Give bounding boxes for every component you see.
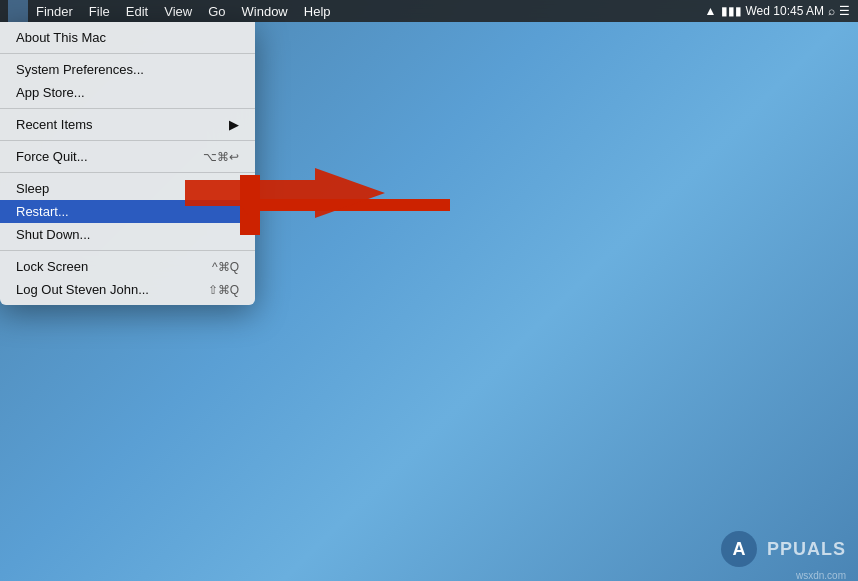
menu-separator-2 xyxy=(0,108,255,109)
recent-items-arrow: ▶ xyxy=(229,117,239,132)
battery-icon[interactable]: ▮▮▮ xyxy=(721,4,742,18)
menu-separator-3 xyxy=(0,140,255,141)
menubar-finder[interactable]: Finder xyxy=(28,0,81,22)
apple-menu-dropdown: About This Mac System Preferences... App… xyxy=(0,22,255,305)
menubar: Finder File Edit View Go Window Help ▲ ▮… xyxy=(0,0,858,22)
menu-separator-1 xyxy=(0,53,255,54)
watermark: A PPUALS xyxy=(719,529,846,569)
menu-item-about[interactable]: About This Mac xyxy=(0,26,255,49)
appuals-mascot-icon: A xyxy=(719,529,759,569)
menu-item-log-out[interactable]: Log Out Steven John... ⇧⌘Q xyxy=(0,278,255,301)
menubar-go[interactable]: Go xyxy=(200,0,233,22)
menubar-edit[interactable]: Edit xyxy=(118,0,156,22)
menu-item-recent-items[interactable]: Recent Items ▶ xyxy=(0,113,255,136)
menubar-right: ▲ ▮▮▮ Wed 10:45 AM ⌕ ☰ xyxy=(705,4,850,18)
apple-menu-button[interactable] xyxy=(8,0,28,22)
wifi-icon[interactable]: ▲ xyxy=(705,4,717,18)
menubar-view[interactable]: View xyxy=(156,0,200,22)
menu-separator-4 xyxy=(0,172,255,173)
menu-item-restart[interactable]: Restart... xyxy=(0,200,255,223)
menu-item-force-quit[interactable]: Force Quit... ⌥⌘↩ xyxy=(0,145,255,168)
menu-item-system-preferences[interactable]: System Preferences... xyxy=(0,58,255,81)
menubar-window[interactable]: Window xyxy=(234,0,296,22)
desktop: Finder File Edit View Go Window Help ▲ ▮… xyxy=(0,0,858,581)
wsxdn-watermark: wsxdn.com xyxy=(796,570,846,581)
menu-item-sleep[interactable]: Sleep xyxy=(0,177,255,200)
menubar-help[interactable]: Help xyxy=(296,0,339,22)
menu-item-app-store[interactable]: App Store... xyxy=(0,81,255,104)
lock-screen-shortcut: ^⌘Q xyxy=(212,260,239,274)
svg-text:A: A xyxy=(732,539,745,559)
menu-item-lock-screen[interactable]: Lock Screen ^⌘Q xyxy=(0,255,255,278)
spotlight-icon[interactable]: ⌕ xyxy=(828,4,835,18)
menu-separator-5 xyxy=(0,250,255,251)
watermark-label: PPUALS xyxy=(767,539,846,560)
menu-item-shut-down[interactable]: Shut Down... xyxy=(0,223,255,246)
force-quit-shortcut: ⌥⌘↩ xyxy=(203,150,239,164)
menubar-file[interactable]: File xyxy=(81,0,118,22)
annotation-arrow xyxy=(240,175,460,239)
log-out-shortcut: ⇧⌘Q xyxy=(208,283,239,297)
clock: Wed 10:45 AM xyxy=(746,4,825,18)
notification-icon[interactable]: ☰ xyxy=(839,4,850,18)
